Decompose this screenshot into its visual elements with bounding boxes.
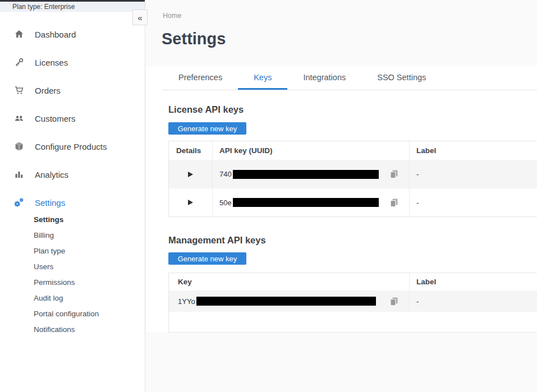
table-header-row: Details API key (UUID) Label (169, 141, 537, 160)
sidebar-item-label: Configure Products (35, 142, 107, 151)
table-row: 740 - (169, 160, 537, 188)
management-api-keys-table: Key Label 1YYo - (168, 273, 537, 333)
tab-keys[interactable]: Keys (238, 67, 287, 90)
sidebar-item-licenses[interactable]: Licenses (0, 48, 145, 76)
tab-label: Integrations (303, 73, 346, 82)
sidebar-item-label: Analytics (35, 170, 68, 179)
license-api-keys-table: Details API key (UUID) Label 740 - (168, 141, 537, 217)
settings-subnav: Settings Billing Plan type Users Permiss… (0, 211, 145, 337)
generate-license-key-button[interactable]: Generate new key (168, 122, 246, 135)
label-cell: - (410, 160, 537, 188)
api-key-prefix: 50e (219, 199, 232, 207)
gears-icon (13, 197, 24, 208)
collapse-icon: « (137, 13, 142, 22)
sidebar-item-label: Settings (35, 198, 65, 207)
copy-icon[interactable] (389, 297, 399, 306)
subnav-item-permissions[interactable]: Permissions (0, 274, 145, 290)
sidebar: Plan type: Enterprise Dashboard Licenses… (0, 0, 145, 392)
column-header-label: Label (410, 141, 537, 160)
tab-label: SSO Settings (377, 73, 426, 82)
table-row: 50e - (169, 188, 537, 216)
sidebar-item-label: Licenses (35, 58, 68, 67)
table-empty-area (169, 312, 537, 332)
subnav-item-plan-type[interactable]: Plan type (0, 243, 145, 259)
api-key-cell: 740 (213, 160, 410, 188)
tab-sso-settings[interactable]: SSO Settings (361, 67, 442, 90)
expand-row-icon[interactable] (188, 172, 193, 177)
breadcrumb[interactable]: Home (163, 12, 181, 20)
redaction-bar (196, 297, 376, 306)
management-api-keys-heading: Management API keys (168, 235, 266, 246)
subnav-item-audit-log[interactable]: Audit log (0, 290, 145, 306)
sidebar-item-label: Orders (35, 86, 61, 95)
copy-icon[interactable] (389, 198, 399, 207)
api-key-prefix: 740 (219, 170, 232, 178)
sidebar-item-dashboard[interactable]: Dashboard (0, 20, 145, 48)
subnav-item-users[interactable]: Users (0, 259, 145, 274)
label-cell: - (410, 290, 537, 312)
sidebar-item-configure-products[interactable]: Configure Products (0, 132, 145, 160)
plan-type-banner: Plan type: Enterprise (0, 0, 145, 12)
main-content: Home Settings Preferences Keys Integrati… (146, 0, 537, 392)
subnav-item-billing[interactable]: Billing (0, 227, 145, 243)
column-header-api-key: API key (UUID) (213, 141, 410, 160)
sidebar-item-label: Dashboard (35, 30, 76, 39)
plan-type-text: Plan type: Enterprise (12, 3, 75, 11)
sidebar-nav: Dashboard Licenses Orders Customers (0, 12, 145, 337)
license-api-keys-heading: License API keys (168, 104, 244, 115)
tab-preferences[interactable]: Preferences (163, 67, 238, 90)
subnav-label: Permissions (34, 278, 75, 287)
sidebar-item-customers[interactable]: Customers (0, 104, 145, 132)
settings-tabs: Preferences Keys Integrations SSO Settin… (163, 67, 537, 90)
api-key-cell: 1YYo (169, 290, 410, 312)
subnav-label: Notifications (34, 325, 75, 334)
subnav-label: Billing (34, 231, 54, 239)
column-header-details: Details (169, 141, 213, 160)
column-header-key: Key (169, 273, 410, 290)
cart-icon (13, 85, 24, 96)
subnav-item-portal-configuration[interactable]: Portal configuration (0, 306, 145, 321)
generate-management-key-button[interactable]: Generate new key (168, 252, 246, 265)
copy-icon[interactable] (389, 169, 399, 179)
label-cell: - (410, 188, 537, 216)
sidebar-collapse-button[interactable]: « (132, 10, 148, 25)
tab-label: Keys (254, 73, 272, 82)
sidebar-item-orders[interactable]: Orders (0, 76, 145, 104)
subnav-item-settings[interactable]: Settings (0, 211, 145, 227)
subnav-label: Portal configuration (34, 310, 99, 318)
app-window: Plan type: Enterprise Dashboard Licenses… (0, 0, 537, 392)
page-title: Settings (162, 30, 226, 48)
users-icon (13, 113, 24, 124)
table-row: 1YYo - (169, 290, 537, 312)
tab-label: Preferences (178, 73, 222, 82)
package-icon (13, 141, 24, 152)
tab-integrations[interactable]: Integrations (287, 67, 361, 90)
api-key-cell: 50e (213, 188, 410, 216)
sidebar-item-analytics[interactable]: Analytics (0, 160, 145, 188)
key-icon (13, 57, 24, 68)
expand-row-icon[interactable] (188, 200, 193, 205)
column-header-label: Label (410, 273, 537, 290)
subnav-label: Plan type (34, 247, 65, 255)
redaction-bar (233, 170, 379, 179)
bar-chart-icon (13, 169, 24, 180)
api-key-prefix: 1YYo (178, 297, 195, 306)
home-icon (13, 29, 24, 40)
redaction-bar (233, 198, 379, 207)
subnav-label: Settings (34, 215, 63, 224)
sidebar-item-label: Customers (35, 114, 76, 123)
table-header-row: Key Label (169, 273, 537, 290)
subnav-item-notifications[interactable]: Notifications (0, 321, 145, 337)
subnav-label: Audit log (34, 294, 63, 302)
subnav-label: Users (34, 262, 53, 271)
